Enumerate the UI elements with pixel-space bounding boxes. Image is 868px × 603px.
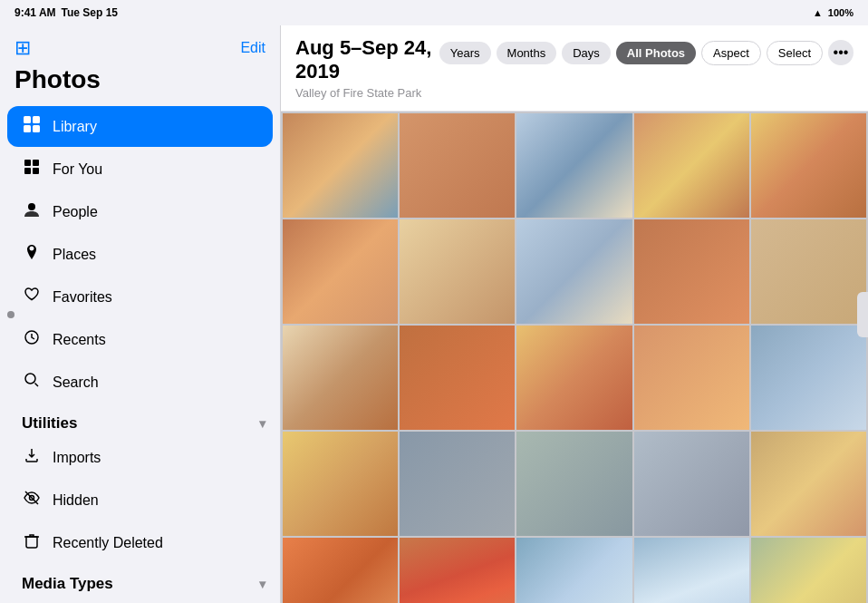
photo-6[interactable] xyxy=(283,219,398,324)
photo-25[interactable] xyxy=(751,538,866,603)
sidebar-item-hidden[interactable]: Hidden xyxy=(7,480,273,520)
app-container: ⊞ Edit Photos Library xyxy=(0,25,868,603)
sidebar-item-label-imports: Imports xyxy=(53,450,101,466)
svg-rect-7 xyxy=(33,168,39,174)
sidebar-item-label-recently-deleted: Recently Deleted xyxy=(53,535,163,551)
media-types-label: Media Types xyxy=(22,575,113,593)
wifi-icon: ▲ xyxy=(813,7,823,18)
photo-24[interactable] xyxy=(634,538,749,603)
favorites-icon xyxy=(22,286,42,308)
places-icon xyxy=(22,243,42,266)
svg-rect-4 xyxy=(24,160,31,166)
notification-dot xyxy=(7,311,14,318)
sidebar-item-search[interactable]: Search xyxy=(7,362,273,403)
photo-10[interactable] xyxy=(751,219,866,324)
photo-14[interactable] xyxy=(634,326,749,430)
sidebar-grid-icon: ⊞ xyxy=(14,36,31,60)
days-tab[interactable]: Days xyxy=(562,42,611,64)
main-content: Aug 5–Sep 24,2019 Valley of Fire State P… xyxy=(281,25,868,603)
photo-2[interactable] xyxy=(400,113,515,218)
svg-rect-5 xyxy=(33,160,39,166)
photo-grid xyxy=(281,112,868,603)
hidden-icon xyxy=(22,489,42,511)
select-button[interactable]: Select xyxy=(767,41,823,65)
sidebar-item-recents[interactable]: Recents xyxy=(7,319,273,360)
photo-13[interactable] xyxy=(516,326,632,430)
sidebar-item-people[interactable]: People xyxy=(7,191,273,232)
photo-9[interactable] xyxy=(634,219,749,324)
sidebar-item-label-library: Library xyxy=(53,119,97,135)
media-types-section-header[interactable]: Media Types ▾ xyxy=(0,564,280,597)
more-button[interactable]: ••• xyxy=(828,40,854,65)
photo-22[interactable] xyxy=(400,538,515,603)
library-icon xyxy=(22,115,42,138)
photo-21[interactable] xyxy=(283,538,398,603)
sidebar-title: Photos xyxy=(0,63,280,105)
photo-23[interactable] xyxy=(516,538,632,603)
header-controls: Years Months Days All Photos Aspect Sele… xyxy=(439,40,854,65)
status-bar: 9:41 AM Tue Sep 15 ▲ 100% xyxy=(0,0,868,25)
utilities-section-header[interactable]: Utilities ▾ xyxy=(0,404,280,436)
sidebar-item-label-hidden: Hidden xyxy=(53,492,99,509)
photo-11[interactable] xyxy=(283,326,398,430)
photo-8[interactable] xyxy=(516,219,632,324)
photo-18[interactable] xyxy=(516,432,632,536)
sidebar-item-favorites[interactable]: Favorites xyxy=(7,277,273,317)
sidebar-item-label-people: People xyxy=(53,204,98,220)
photo-4[interactable] xyxy=(634,113,749,218)
sidebar-item-videos[interactable]: Videos xyxy=(7,598,273,603)
photo-16[interactable] xyxy=(283,432,398,536)
sidebar-item-library[interactable]: Library xyxy=(7,106,273,147)
sidebar-item-label-recents: Recents xyxy=(53,332,106,348)
utilities-chevron-icon: ▾ xyxy=(259,416,265,431)
imports-icon xyxy=(22,446,42,469)
years-tab[interactable]: Years xyxy=(439,42,491,64)
header-top: Aug 5–Sep 24,2019 Valley of Fire State P… xyxy=(295,36,854,100)
utilities-label: Utilities xyxy=(22,414,77,433)
photo-5[interactable] xyxy=(751,113,866,218)
photo-17[interactable] xyxy=(400,432,515,536)
content-header: Aug 5–Sep 24,2019 Valley of Fire State P… xyxy=(281,25,868,112)
people-icon xyxy=(22,200,42,223)
sidebar-item-places[interactable]: Places xyxy=(7,234,273,275)
home-button[interactable] xyxy=(857,292,868,337)
sidebar: ⊞ Edit Photos Library xyxy=(0,25,281,603)
sidebar-item-for-you[interactable]: For You xyxy=(7,149,273,190)
svg-point-10 xyxy=(25,374,35,384)
status-bar-right: ▲ 100% xyxy=(813,7,854,18)
months-tab[interactable]: Months xyxy=(497,42,557,64)
sidebar-item-imports[interactable]: Imports xyxy=(7,437,273,478)
sidebar-item-label-favorites: Favorites xyxy=(53,289,112,306)
all-photos-tab[interactable]: All Photos xyxy=(616,42,696,64)
media-types-chevron-icon: ▾ xyxy=(259,577,265,591)
status-date: Tue Sep 15 xyxy=(62,6,118,19)
photo-12[interactable] xyxy=(400,326,515,430)
date-range-container: Aug 5–Sep 24,2019 Valley of Fire State P… xyxy=(295,36,431,100)
recents-icon xyxy=(22,328,42,351)
sidebar-item-label-places: Places xyxy=(53,247,96,263)
photo-20[interactable] xyxy=(751,432,866,536)
photo-3[interactable] xyxy=(516,113,632,218)
status-time: 9:41 AM xyxy=(14,6,56,19)
svg-point-8 xyxy=(28,203,35,210)
sidebar-item-label-for-you: For You xyxy=(53,161,102,178)
svg-rect-3 xyxy=(33,125,40,132)
location-label: Valley of Fire State Park xyxy=(295,86,431,100)
sidebar-edit-button[interactable]: Edit xyxy=(240,40,265,56)
sidebar-item-label-search: Search xyxy=(53,374,99,391)
aspect-button[interactable]: Aspect xyxy=(701,41,761,65)
svg-rect-0 xyxy=(24,116,31,123)
status-bar-left: 9:41 AM Tue Sep 15 xyxy=(14,6,118,19)
photo-19[interactable] xyxy=(634,432,749,536)
svg-rect-1 xyxy=(33,116,40,123)
photo-1[interactable] xyxy=(283,113,398,218)
for-you-icon xyxy=(22,158,42,180)
svg-rect-2 xyxy=(24,125,31,132)
trash-icon xyxy=(22,531,42,554)
sidebar-item-recently-deleted[interactable]: Recently Deleted xyxy=(7,522,273,563)
photo-15[interactable] xyxy=(751,326,866,430)
battery-icon: 100% xyxy=(828,7,854,18)
photo-7[interactable] xyxy=(400,219,515,324)
sidebar-header: ⊞ Edit xyxy=(0,25,280,63)
svg-rect-6 xyxy=(24,168,31,174)
